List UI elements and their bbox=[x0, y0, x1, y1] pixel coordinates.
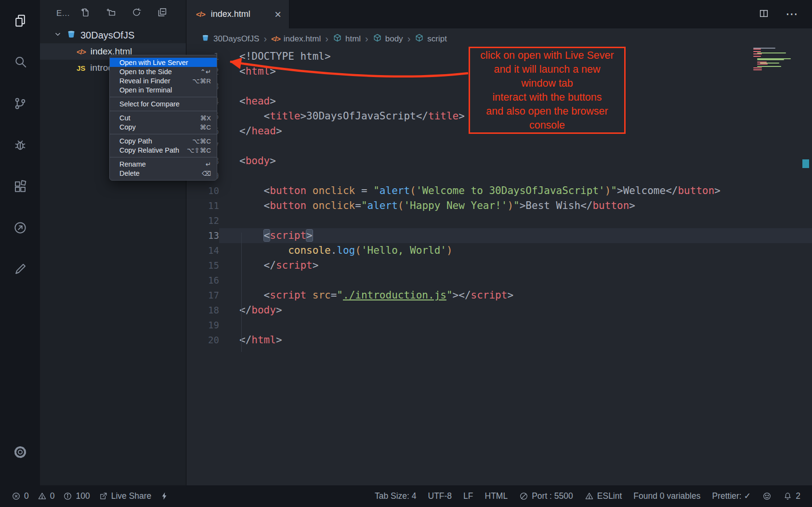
breadcrumb-item-html[interactable]: html bbox=[333, 33, 361, 45]
status-language-mode[interactable]: HTML bbox=[485, 491, 508, 501]
code-line-20[interactable]: 20</html> bbox=[186, 333, 812, 348]
code-line-12[interactable]: 12 bbox=[186, 213, 812, 228]
code-line-17[interactable]: 17 <script src="./introduction.js"></scr… bbox=[186, 288, 812, 303]
status-found-variables[interactable]: Found 0 variables bbox=[633, 491, 700, 501]
code-text: <script src="./introduction.js"></script… bbox=[219, 288, 812, 303]
code-line-15[interactable]: 15 </script> bbox=[186, 258, 812, 273]
split-editor-icon[interactable] bbox=[759, 8, 769, 21]
menu-item-open-in-terminal[interactable]: Open in Terminal bbox=[110, 85, 217, 94]
status-errors[interactable]: 0 bbox=[12, 491, 29, 501]
indent-guide bbox=[241, 233, 242, 352]
code-line-16[interactable]: 16 bbox=[186, 273, 812, 288]
refresh-icon[interactable] bbox=[131, 7, 142, 20]
editor-actions: ⋯ bbox=[759, 0, 812, 28]
breadcrumb-item-30daysofjs[interactable]: 30DaysOfJS bbox=[201, 33, 259, 45]
collapse-all-icon[interactable] bbox=[157, 7, 167, 20]
menu-item-shortcut: ⌃↵ bbox=[200, 68, 211, 76]
minimap[interactable] bbox=[753, 48, 799, 71]
menu-item-copy-relative-path[interactable]: Copy Relative Path⌥⇧⌘C bbox=[110, 145, 217, 155]
status-notifications-label: 2 bbox=[796, 491, 800, 501]
menu-item-label: Select for Compare bbox=[119, 100, 180, 108]
new-file-icon[interactable] bbox=[80, 7, 91, 20]
status-encoding[interactable]: UTF-8 bbox=[428, 491, 452, 501]
activity-code-tour-icon[interactable] bbox=[0, 248, 40, 290]
activity-explorer-icon[interactable] bbox=[0, 0, 40, 41]
breadcrumb-label: 30DaysOfJS bbox=[213, 34, 259, 44]
menu-item-copy-path[interactable]: Copy Path⌥⌘C bbox=[110, 136, 217, 145]
menu-separator bbox=[110, 134, 217, 134]
status-tab-size[interactable]: Tab Size: 4 bbox=[375, 491, 417, 501]
port-icon bbox=[519, 492, 528, 501]
more-actions-icon[interactable]: ⋯ bbox=[786, 7, 799, 22]
activity-bar-top bbox=[0, 0, 40, 290]
code-line-13[interactable]: 13 <script> bbox=[186, 228, 812, 243]
menu-separator bbox=[110, 157, 217, 157]
minimap-line bbox=[753, 53, 762, 54]
minimap-line bbox=[757, 59, 784, 60]
breadcrumb-label: script bbox=[427, 34, 447, 44]
tab-index-html[interactable]: </> index.html × bbox=[186, 0, 289, 28]
status-lightning[interactable] bbox=[160, 492, 169, 501]
menu-item-shortcut: ↵ bbox=[206, 160, 211, 168]
annotation-line: console bbox=[470, 118, 624, 132]
menu-item-label: Open with Live Server bbox=[119, 59, 188, 66]
breadcrumb-separator: › bbox=[365, 33, 368, 44]
status-warnings-label: 0 bbox=[50, 491, 55, 501]
breadcrumb-item-script[interactable]: script bbox=[415, 33, 447, 45]
menu-item-label: Copy bbox=[119, 123, 136, 131]
error-icon bbox=[12, 492, 21, 501]
code-line-7[interactable]: 7 bbox=[186, 139, 812, 154]
status-notifications[interactable]: 2 bbox=[783, 491, 800, 501]
line-number: 18 bbox=[186, 303, 219, 318]
line-number: 20 bbox=[186, 333, 219, 348]
menu-item-copy[interactable]: Copy⌘C bbox=[110, 122, 217, 131]
menu-item-label: Delete bbox=[119, 169, 140, 177]
menu-item-delete[interactable]: Delete⌫ bbox=[110, 169, 217, 178]
code-text: </body> bbox=[219, 303, 812, 318]
minimap-line bbox=[753, 49, 761, 50]
minimap-line bbox=[753, 69, 762, 70]
code-line-10[interactable]: 10 <button onclick = "alert('Welcome to … bbox=[186, 183, 812, 198]
breadcrumb-item-body[interactable]: body bbox=[373, 33, 403, 45]
status-prettier[interactable]: Prettier: ✓ bbox=[712, 491, 751, 501]
menu-item-select-for-compare[interactable]: Select for Compare bbox=[110, 99, 217, 108]
activity-run-debug-icon[interactable] bbox=[0, 124, 40, 166]
status-warnings[interactable]: 0 bbox=[38, 491, 55, 501]
status-eol[interactable]: LF bbox=[463, 491, 473, 501]
code-text bbox=[219, 273, 812, 288]
tree-root-30daysofjs[interactable]: 30DaysOfJS bbox=[40, 27, 186, 43]
close-icon[interactable]: × bbox=[275, 9, 281, 20]
code-line-9[interactable]: 9 bbox=[186, 169, 812, 183]
menu-item-open-with-live-server[interactable]: Open with Live Server bbox=[110, 58, 217, 67]
activity-extensions-icon[interactable] bbox=[0, 166, 40, 207]
line-number: 12 bbox=[186, 213, 219, 228]
menu-item-label: Reveal in Finder bbox=[119, 77, 170, 85]
code-line-14[interactable]: 14 console.log('Hello, World') bbox=[186, 243, 812, 258]
line-number: 16 bbox=[186, 273, 219, 288]
menu-item-open-to-the-side[interactable]: Open to the Side⌃↵ bbox=[110, 67, 217, 76]
code-text bbox=[219, 213, 812, 228]
status-info-count[interactable]: 100 bbox=[63, 491, 90, 501]
code-line-8[interactable]: 8<body> bbox=[186, 154, 812, 169]
status-eslint[interactable]: ESLint bbox=[585, 491, 622, 501]
code-line-19[interactable]: 19 bbox=[186, 318, 812, 333]
activity-source-control-icon[interactable] bbox=[0, 83, 40, 124]
menu-item-cut[interactable]: Cut⌘X bbox=[110, 113, 217, 122]
menu-item-rename[interactable]: Rename↵ bbox=[110, 159, 217, 169]
status-tab-size-label: Tab Size: 4 bbox=[375, 491, 417, 501]
line-number: 15 bbox=[186, 258, 219, 273]
menu-item-shortcut: ⌥⇧⌘C bbox=[187, 146, 211, 154]
breadcrumb-separator: › bbox=[263, 33, 267, 44]
menu-item-reveal-in-finder[interactable]: Reveal in Finder⌥⌘R bbox=[110, 76, 217, 85]
menu-item-label: Copy Relative Path bbox=[119, 146, 179, 154]
status-feedback[interactable] bbox=[762, 492, 772, 501]
status-live-share[interactable]: Live Share bbox=[99, 491, 152, 501]
activity-settings-icon[interactable] bbox=[0, 431, 40, 473]
activity-live-share-icon[interactable] bbox=[0, 207, 40, 248]
breadcrumb-item-index-html[interactable]: </>index.html bbox=[271, 34, 321, 44]
activity-search-icon[interactable] bbox=[0, 41, 40, 83]
new-folder-icon[interactable] bbox=[106, 7, 116, 20]
code-line-18[interactable]: 18</body> bbox=[186, 303, 812, 318]
code-line-11[interactable]: 11 <button onclick="alert('Happy New Yea… bbox=[186, 198, 812, 213]
status-live-server-port[interactable]: Port : 5500 bbox=[519, 491, 573, 501]
